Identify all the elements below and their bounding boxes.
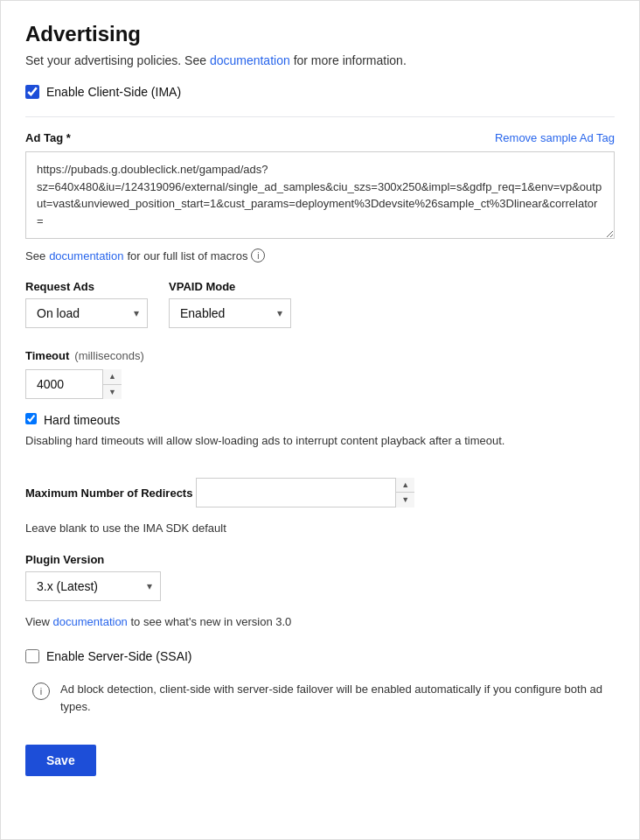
request-ads-label: Request Ads	[25, 280, 148, 293]
hard-timeout-description: Disabling hard timeouts will allow slow-…	[25, 432, 615, 450]
plugin-version-select[interactable]: 3.x (Latest) 2.x 1.x	[25, 571, 161, 601]
macro-info-icon: i	[251, 248, 265, 262]
macro-doc-link[interactable]: documentation	[49, 249, 123, 262]
plugin-doc-prefix: View	[25, 615, 53, 628]
timeout-sublabel: (milliseconds)	[74, 349, 143, 362]
client-side-row: Enable Client-Side (IMA)	[25, 85, 615, 99]
macro-suffix: for our full list of macros	[127, 249, 247, 262]
vpaid-mode-label: VPAID Mode	[169, 280, 291, 293]
page-subtitle: Set your advertising policies. See docum…	[25, 53, 615, 67]
info-box-icon: i	[32, 682, 50, 700]
plugin-doc-link[interactable]: documentation	[53, 615, 128, 628]
timeout-spin-buttons: ▲ ▼	[102, 369, 122, 399]
request-ads-group: Request Ads On load On play On demand ▾	[25, 280, 148, 328]
max-redirects-section: Maximum Number of Redirects ▲ ▼	[25, 471, 615, 508]
plugin-version-section: Plugin Version 3.x (Latest) 2.x 1.x ▾	[25, 552, 615, 608]
page-container: Advertising Set your advertising policie…	[0, 0, 640, 840]
max-redirects-label: Maximum Number of Redirects	[25, 486, 192, 500]
info-box: i Ad block detection, client-side with s…	[25, 681, 615, 718]
timeout-spin-down[interactable]: ▼	[103, 385, 122, 400]
ssai-checkbox[interactable]	[25, 649, 39, 663]
hard-timeout-checkbox[interactable]	[25, 413, 37, 424]
max-redirects-spin-buttons: ▲ ▼	[395, 478, 414, 508]
subtitle-suffix: for more information.	[294, 53, 407, 67]
divider	[25, 116, 615, 117]
macro-info: See documentation for our full list of m…	[25, 248, 615, 262]
dropdowns-row: Request Ads On load On play On demand ▾ …	[25, 280, 615, 328]
ad-tag-label: Ad Tag *	[25, 131, 71, 144]
timeout-label: Timeout	[25, 349, 69, 362]
vpaid-mode-wrapper: Enabled Insecure Disabled ▾	[169, 298, 291, 328]
client-side-checkbox[interactable]	[25, 85, 39, 99]
plugin-doc-info: View documentation to see what's new in …	[25, 615, 615, 628]
max-redirects-hint: Leave blank to use the IMA SDK default	[25, 522, 615, 535]
max-redirects-spin-down[interactable]: ▼	[396, 493, 414, 508]
plugin-version-select-wrapper: 3.x (Latest) 2.x 1.x ▾	[25, 571, 161, 601]
timeout-section: Timeout (milliseconds) ▲ ▼	[25, 349, 615, 399]
max-redirects-input-wrapper: ▲ ▼	[196, 478, 414, 508]
macro-prefix: See	[25, 249, 45, 262]
timeout-label-row: Timeout (milliseconds)	[25, 349, 615, 362]
plugin-doc-suffix: to see what's new in version 3.0	[130, 615, 291, 628]
timeout-spin-up[interactable]: ▲	[103, 369, 122, 385]
ssai-row: Enable Server-Side (SSAI)	[25, 649, 615, 663]
client-side-label[interactable]: Enable Client-Side (IMA)	[46, 85, 181, 99]
hard-timeout-row: Hard timeouts	[25, 413, 615, 427]
request-ads-wrapper: On load On play On demand ▾	[25, 298, 148, 328]
request-ads-select[interactable]: On load On play On demand	[25, 298, 148, 328]
timeout-input-wrapper: ▲ ▼	[25, 369, 122, 399]
remove-ad-tag-link[interactable]: Remove sample Ad Tag	[495, 131, 615, 144]
page-title: Advertising	[25, 22, 615, 46]
hard-timeout-label[interactable]: Hard timeouts	[44, 413, 120, 427]
ad-tag-header: Ad Tag * Remove sample Ad Tag	[25, 131, 615, 144]
ssai-label[interactable]: Enable Server-Side (SSAI)	[46, 649, 192, 663]
max-redirects-spin-up[interactable]: ▲	[396, 478, 414, 494]
info-box-text: Ad block detection, client-side with ser…	[60, 681, 615, 718]
plugin-version-label: Plugin Version	[25, 553, 104, 566]
max-redirects-input[interactable]	[196, 478, 414, 508]
subtitle-doc-link[interactable]: documentation	[210, 53, 290, 67]
subtitle-prefix: Set your advertising policies. See	[25, 53, 210, 67]
ad-tag-textarea[interactable]	[25, 151, 615, 239]
vpaid-mode-select[interactable]: Enabled Insecure Disabled	[169, 298, 291, 328]
save-button[interactable]: Save	[25, 745, 96, 776]
vpaid-mode-group: VPAID Mode Enabled Insecure Disabled ▾	[169, 280, 291, 328]
